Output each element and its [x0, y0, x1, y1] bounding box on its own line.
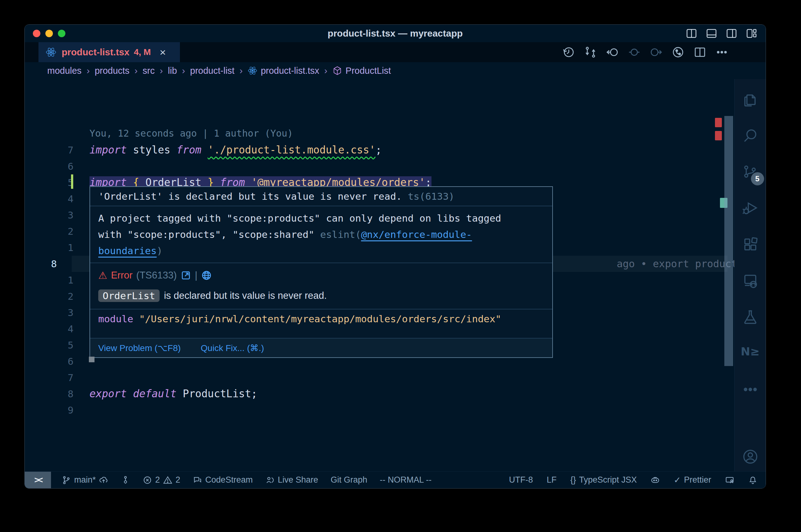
overview-error-mark: [715, 118, 722, 127]
vscode-window: product-list.tsx — myreactapp product-li…: [24, 24, 766, 489]
ts-diagnostic-message: 'OrderList' is declared but its value is…: [90, 187, 552, 206]
breadcrumb: modules› products› src› lib› product-lis…: [25, 62, 766, 79]
compare-changes-icon[interactable]: [584, 46, 597, 58]
gitlens-status[interactable]: [121, 475, 130, 485]
branch-icon: [62, 475, 71, 485]
gutter-line-number: 7: [36, 369, 74, 386]
gutter-line-number: 7: [36, 142, 74, 158]
source-control-icon[interactable]: 5: [742, 164, 759, 181]
live-share-status[interactable]: Live Share: [265, 475, 318, 485]
tab-modified-flags: 4, M: [134, 47, 151, 57]
more-actions-icon[interactable]: [715, 46, 728, 58]
gutter-line-number: 4: [36, 321, 74, 337]
extensions-icon[interactable]: [742, 236, 759, 254]
vertical-scrollbar[interactable]: [724, 116, 733, 366]
breadcrumb-lib[interactable]: lib: [168, 65, 177, 76]
gutter-line-number: 3: [36, 207, 74, 223]
remote-explorer-icon[interactable]: [742, 272, 759, 290]
current-change-icon[interactable]: [628, 46, 640, 58]
gutter-line-number: 4: [36, 191, 74, 207]
remote-indicator[interactable]: ><: [25, 472, 51, 489]
run-debug-icon[interactable]: [742, 200, 759, 217]
encoding-status[interactable]: UTF-8: [509, 475, 533, 485]
toggle-secondary-sidebar-icon[interactable]: [726, 27, 738, 39]
tab-close-icon[interactable]: ×: [160, 42, 166, 62]
notifications-bell-icon[interactable]: [748, 475, 758, 485]
git-graph-status[interactable]: Git Graph: [331, 475, 367, 485]
breadcrumb-modules[interactable]: modules: [47, 65, 82, 76]
ts-diagnostic-source: ts(6133): [408, 191, 454, 202]
gutter-line-number: 5: [36, 337, 74, 353]
gutter-line-number: 6: [36, 353, 74, 369]
timeline-history-icon[interactable]: [562, 46, 575, 58]
breadcrumb-src[interactable]: src: [143, 65, 155, 76]
customize-layout-icon[interactable]: [746, 27, 758, 39]
code-editor[interactable]: 7 6 5 4 3 2 1 8 1 2 3 4 5 6 7 8 9 ago • …: [25, 116, 735, 489]
split-editor-icon[interactable]: [694, 46, 706, 58]
tab-bar: product-list.tsx 4, M ×: [25, 42, 766, 62]
toggle-panel-icon[interactable]: [706, 27, 717, 39]
gutter-line-number: 6: [36, 158, 74, 174]
code-line-import-styles[interactable]: import styles from './product-list.modul…: [90, 142, 382, 158]
source-control-badge: 5: [751, 172, 764, 185]
status-bar: >< main* 2 2 CodeStream Live: [25, 471, 766, 488]
screen-person-icon: [725, 475, 734, 485]
search-icon[interactable]: [742, 127, 759, 145]
open-external-icon[interactable]: [181, 270, 191, 281]
activity-bar: 5 N≥ 1: [734, 79, 766, 489]
view-problem-link[interactable]: View Problem (⌥F8): [98, 343, 181, 353]
gitlens-icon: [121, 475, 130, 485]
problems-status[interactable]: 2 2: [143, 475, 180, 485]
git-graph-view-icon[interactable]: [672, 46, 684, 58]
gutter-line-number: 2: [36, 288, 74, 304]
gutter-modified-indicator: [71, 174, 73, 189]
error-detail-section: ⚠ Error (TS6133) | OrderList is declared…: [90, 263, 552, 309]
testing-beaker-icon[interactable]: [742, 309, 759, 326]
overview-error-mark: [715, 131, 722, 140]
account-icon[interactable]: [742, 449, 759, 466]
error-code: (TS6133): [136, 270, 177, 281]
react-icon: [248, 65, 257, 76]
gutter-line-number: 8: [36, 386, 74, 402]
gutter-line-number: 9: [36, 402, 74, 418]
copilot-status[interactable]: [651, 475, 660, 485]
additional-views-icon[interactable]: [742, 381, 759, 399]
gutter-line-number: 2: [36, 223, 74, 240]
globe-icon[interactable]: [201, 270, 212, 281]
navigate-next-change-icon[interactable]: [650, 46, 662, 58]
eslint-diagnostic-message: A project tagged with "scope:products" c…: [90, 206, 552, 263]
gutter-line-number: 5: [36, 174, 74, 191]
errors-icon: [143, 475, 152, 485]
screencast-account-status[interactable]: [725, 475, 734, 485]
nx-console-icon[interactable]: N≥: [741, 345, 759, 358]
gutter-line-number: 1: [36, 240, 74, 256]
react-file-icon: [45, 46, 57, 58]
breadcrumb-symbol[interactable]: ProductList: [345, 65, 391, 76]
toggle-sidebar-icon[interactable]: [686, 27, 697, 39]
breadcrumb-file[interactable]: product-list.tsx: [261, 65, 319, 76]
symbol-cube-icon: [332, 65, 342, 76]
codestream-status[interactable]: CodeStream: [193, 475, 253, 485]
prettier-status[interactable]: ✓Prettier: [674, 475, 711, 485]
eol-status[interactable]: LF: [547, 475, 557, 485]
blame-annotation: You, 12 seconds ago | 1 author (You): [90, 125, 293, 141]
vim-mode-status[interactable]: -- NORMAL --: [380, 475, 432, 485]
code-line-export-default[interactable]: export default ProductList;: [90, 386, 257, 402]
title-bar: product-list.tsx — myreactapp: [25, 25, 766, 42]
live-share-icon: [265, 475, 275, 485]
warnings-icon: [163, 475, 172, 485]
breadcrumb-product-list-dir[interactable]: product-list: [190, 65, 235, 76]
quick-fix-link[interactable]: Quick Fix... (⌘.): [201, 343, 264, 353]
language-mode-status[interactable]: {}TypeScript JSX: [570, 475, 637, 485]
breadcrumb-products[interactable]: products: [95, 65, 129, 76]
gutter-current-line-number: 8: [51, 256, 57, 272]
navigate-back-change-icon[interactable]: [606, 46, 619, 58]
error-label: Error: [111, 270, 133, 281]
tooltip-actions: View Problem (⌥F8) Quick Fix... (⌘.): [90, 338, 552, 357]
tooltip-resize-grip[interactable]: [89, 357, 94, 362]
tab-product-list[interactable]: product-list.tsx 4, M ×: [38, 42, 180, 62]
git-branch-status[interactable]: main*: [62, 475, 108, 485]
explorer-icon[interactable]: [742, 91, 759, 109]
symbol-chip: OrderList: [98, 289, 160, 302]
codestream-icon: [193, 475, 202, 485]
